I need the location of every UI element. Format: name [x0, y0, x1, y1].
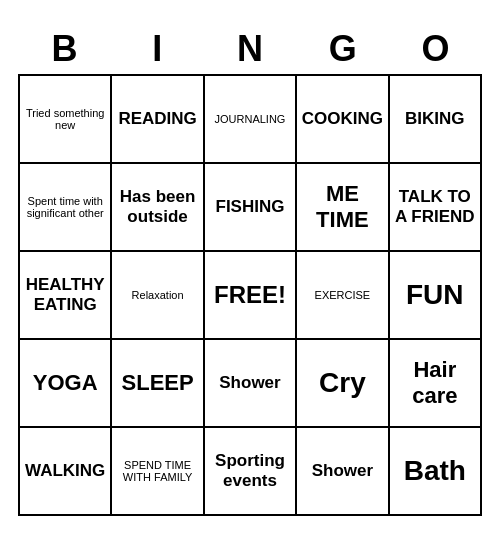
bingo-cell: Tried something new	[20, 76, 112, 164]
bingo-cell: JOURNALING	[205, 76, 297, 164]
bingo-cell: FUN	[390, 252, 482, 340]
bingo-cell: ME TIME	[297, 164, 389, 252]
bingo-cell: Shower	[205, 340, 297, 428]
bingo-cell: WALKING	[20, 428, 112, 516]
bingo-cell: BIKING	[390, 76, 482, 164]
bingo-cell: YOGA	[20, 340, 112, 428]
title-o: O	[389, 28, 482, 70]
bingo-cell: EXERCISE	[297, 252, 389, 340]
bingo-cell: TALK TO A FRIEND	[390, 164, 482, 252]
title-i: I	[111, 28, 204, 70]
bingo-cell: HEALTHY EATING	[20, 252, 112, 340]
bingo-cell: SLEEP	[112, 340, 204, 428]
title-g: G	[296, 28, 389, 70]
title-b: B	[18, 28, 111, 70]
bingo-cell: FISHING	[205, 164, 297, 252]
bingo-cell: Bath	[390, 428, 482, 516]
bingo-cell: SPEND TIME WITH FAMILY	[112, 428, 204, 516]
bingo-cell: Spent time with significant other	[20, 164, 112, 252]
bingo-grid: Tried something newREADINGJOURNALINGCOOK…	[18, 74, 482, 516]
bingo-cell: FREE!	[205, 252, 297, 340]
bingo-card: B I N G O Tried something newREADINGJOUR…	[10, 20, 490, 524]
bingo-cell: Hair care	[390, 340, 482, 428]
bingo-cell: Shower	[297, 428, 389, 516]
title-n: N	[204, 28, 297, 70]
bingo-cell: Relaxation	[112, 252, 204, 340]
bingo-cell: READING	[112, 76, 204, 164]
bingo-cell: COOKING	[297, 76, 389, 164]
bingo-title: B I N G O	[18, 28, 482, 70]
bingo-cell: Cry	[297, 340, 389, 428]
bingo-cell: Has been outside	[112, 164, 204, 252]
bingo-cell: Sporting events	[205, 428, 297, 516]
